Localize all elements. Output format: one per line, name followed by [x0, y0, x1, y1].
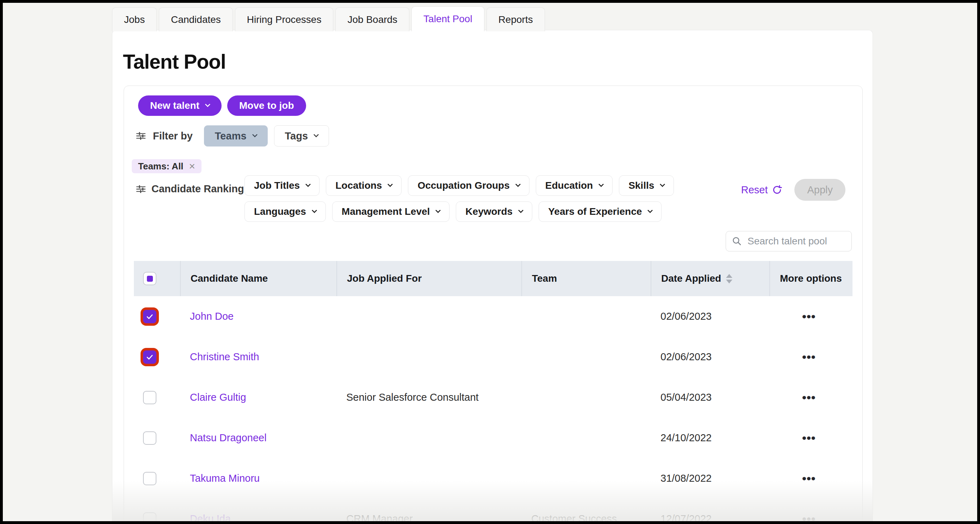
candidate-ranking-label-group: Candidate Ranking: [135, 183, 245, 195]
row-checkbox[interactable]: [143, 431, 156, 445]
search-icon: [732, 236, 742, 246]
row-checkbox-cell: [134, 310, 180, 323]
new-talent-button[interactable]: New talent: [138, 95, 221, 116]
refresh-icon: [772, 184, 783, 195]
filter-locations-button[interactable]: Locations: [326, 175, 402, 196]
table-row: Deku Ida CRM Manager Customer Success 12…: [134, 499, 853, 521]
tab-job-boards[interactable]: Job Boards: [336, 7, 409, 31]
search-input[interactable]: [747, 235, 846, 247]
row-checkbox[interactable]: [143, 512, 156, 522]
filter-button-label: Job Titles: [254, 180, 300, 191]
filter-management-level-button[interactable]: Management Level: [332, 202, 450, 222]
chevron-down-icon: [435, 207, 441, 213]
filter-by-row: Filter by Teams Tags: [135, 125, 862, 146]
row-checkbox[interactable]: [143, 472, 156, 485]
candidate-name-cell: John Doe: [180, 311, 336, 322]
move-to-job-label: Move to job: [239, 100, 294, 111]
filter-button-label: Years of Experience: [548, 206, 642, 217]
tab-bar: Jobs Candidates Hiring Processes Job Boa…: [112, 6, 545, 31]
more-options-cell: •••: [769, 513, 853, 522]
column-header-date-applied[interactable]: Date Applied: [651, 261, 769, 296]
filter-button-label: Education: [545, 180, 593, 191]
filter-keywords-button[interactable]: Keywords: [456, 202, 532, 222]
candidate-name-cell: Takuma Minoru: [180, 473, 336, 484]
filter-education-button[interactable]: Education: [536, 175, 612, 196]
date-applied-cell: 02/06/2023: [651, 351, 769, 363]
filter-button-label: Management Level: [342, 206, 430, 217]
filter-button-label: Keywords: [465, 206, 512, 217]
table-row: Natsu Dragoneel 24/10/2022 •••: [134, 418, 853, 458]
chevron-down-icon: [518, 207, 524, 213]
column-header-candidate-name[interactable]: Candidate Name: [180, 261, 336, 296]
remove-chip-icon[interactable]: ×: [189, 161, 196, 171]
row-checkbox-cell: [134, 431, 180, 445]
select-all-checkbox[interactable]: [143, 272, 156, 285]
table-row: John Doe 02/06/2023 •••: [134, 296, 853, 337]
check-icon: [145, 312, 154, 321]
sort-ascending-icon: [726, 274, 732, 278]
apply-button[interactable]: Apply: [794, 179, 845, 201]
row-checkbox[interactable]: [143, 391, 156, 404]
teams-filter-button[interactable]: Teams: [204, 125, 268, 146]
candidate-name-link[interactable]: Natsu Dragoneel: [190, 432, 267, 443]
filter-languages-button[interactable]: Languages: [245, 202, 326, 222]
reset-label: Reset: [741, 184, 768, 196]
row-checkbox-cell: [134, 472, 180, 485]
chevron-down-icon: [312, 207, 317, 213]
teams-filter-label: Teams: [215, 130, 247, 142]
search-row: [124, 231, 852, 251]
tab-talent-pool[interactable]: Talent Pool: [412, 6, 484, 31]
team-cell: Customer Success: [521, 513, 651, 521]
more-options-button[interactable]: •••: [802, 391, 816, 404]
filter-button-label: Languages: [254, 206, 306, 217]
column-header-team[interactable]: Team: [521, 261, 651, 296]
candidate-name-link[interactable]: Christine Smith: [190, 351, 259, 362]
filter-years-of-experience-button[interactable]: Years of Experience: [539, 202, 662, 222]
tab-candidates[interactable]: Candidates: [159, 7, 233, 31]
ranking-filters-row-1: Job Titles Locations Occupation Groups E…: [245, 175, 674, 196]
candidate-name-link[interactable]: Takuma Minoru: [190, 473, 259, 484]
reset-button[interactable]: Reset: [739, 184, 785, 196]
more-options-button[interactable]: •••: [802, 472, 816, 485]
chevron-down-icon: [660, 181, 665, 187]
table-header: Candidate Name Job Applied For Team Date…: [134, 261, 853, 296]
check-icon: [145, 353, 154, 362]
filter-skills-button[interactable]: Skills: [619, 175, 674, 196]
move-to-job-button[interactable]: Move to job: [227, 95, 306, 116]
column-header-job-applied-for[interactable]: Job Applied For: [336, 261, 521, 296]
primary-actions-row: New talent Move to job: [138, 95, 862, 116]
row-checkbox[interactable]: [143, 310, 156, 323]
row-checkbox-cell: [134, 512, 180, 522]
more-options-cell: •••: [769, 351, 853, 364]
tags-filter-button[interactable]: Tags: [274, 125, 329, 146]
sort-icon[interactable]: [726, 274, 732, 283]
tab-jobs[interactable]: Jobs: [112, 7, 157, 31]
tab-hiring-processes[interactable]: Hiring Processes: [235, 7, 334, 31]
filter-job-titles-button[interactable]: Job Titles: [245, 175, 320, 196]
teams-all-chip: Teams: All ×: [132, 159, 202, 173]
more-options-button[interactable]: •••: [802, 310, 816, 323]
date-applied-header-label: Date Applied: [661, 273, 721, 284]
more-options-button[interactable]: •••: [802, 512, 816, 522]
candidate-name-link[interactable]: Deku Ida: [190, 513, 231, 521]
date-applied-cell: 31/08/2022: [651, 473, 769, 484]
more-options-button[interactable]: •••: [802, 350, 816, 364]
more-options-button[interactable]: •••: [802, 431, 816, 445]
chevron-down-icon: [252, 132, 258, 137]
search-box: [725, 231, 852, 251]
talent-pool-card: New talent Move to job Filter by Teams: [124, 86, 863, 521]
tab-reports[interactable]: Reports: [487, 7, 545, 31]
candidate-name-link[interactable]: Claire Gultig: [190, 392, 246, 403]
candidate-name-cell: Natsu Dragoneel: [180, 432, 336, 444]
row-checkbox-cell: [134, 391, 180, 404]
candidate-name-link[interactable]: John Doe: [190, 311, 234, 322]
sliders-icon: [135, 183, 146, 195]
page-background: Jobs Candidates Hiring Processes Job Boa…: [3, 3, 977, 521]
filter-button-label: Occupation Groups: [417, 180, 509, 191]
filter-occupation-groups-button[interactable]: Occupation Groups: [408, 175, 529, 196]
table-row: Claire Gultig Senior Salesforce Consulta…: [134, 377, 853, 418]
chevron-down-icon: [305, 181, 311, 187]
date-applied-cell: 05/04/2023: [651, 392, 769, 403]
ranking-actions: Reset Apply: [739, 179, 862, 201]
row-checkbox[interactable]: [143, 350, 156, 364]
